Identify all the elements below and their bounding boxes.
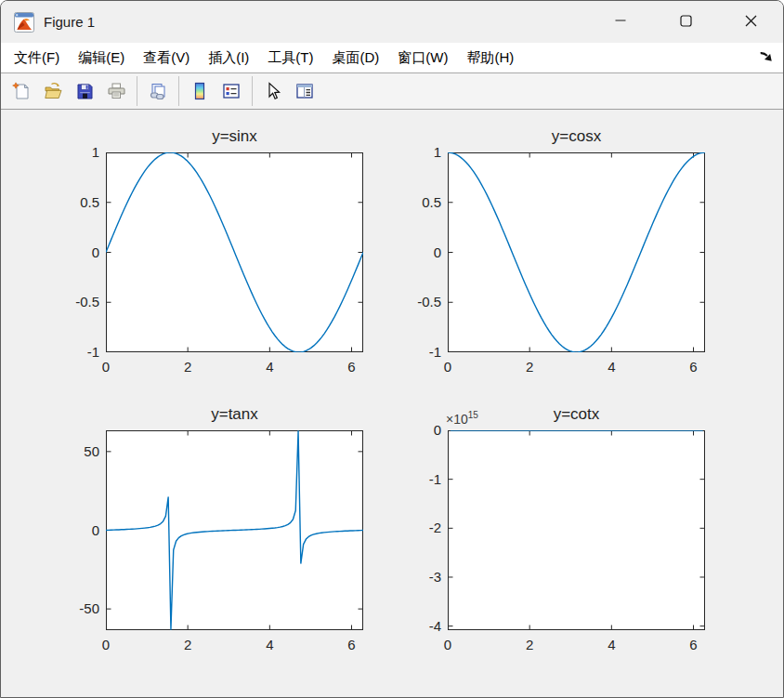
plot-area-sinx xyxy=(106,152,363,352)
y-tick-label: -3 xyxy=(391,569,441,586)
x-tick-label: 0 xyxy=(427,637,468,653)
y-tick-label: -1 xyxy=(391,344,441,361)
x-tick-label: 2 xyxy=(167,637,208,653)
minimize-icon xyxy=(615,15,626,26)
plot-title-tanx: y=tanx xyxy=(106,405,363,424)
maximize-icon xyxy=(680,15,692,27)
x-tick-label: 4 xyxy=(249,359,290,375)
toolbar-separator xyxy=(252,76,253,106)
subplot-cosx: y=cosx 024610.50-0.5-1 xyxy=(448,152,705,352)
x-tick-label: 6 xyxy=(332,359,372,375)
property-inspector-button[interactable] xyxy=(289,76,320,106)
menu-edit[interactable]: 编辑(E) xyxy=(69,46,134,71)
new-figure-button[interactable] xyxy=(6,76,37,106)
x-tick-label: 6 xyxy=(673,359,714,375)
menu-insert[interactable]: 插入(I) xyxy=(199,46,258,71)
link-plot-icon xyxy=(149,82,167,100)
menu-tools[interactable]: 工具(T) xyxy=(258,46,322,71)
y-tick-label: 0 xyxy=(391,244,441,261)
save-icon xyxy=(75,82,94,100)
y-axis-exponent-label: ×1015 xyxy=(446,410,478,427)
menu-file[interactable]: 文件(F) xyxy=(5,46,69,71)
plot-area-cosx xyxy=(448,152,705,352)
y-tick-label: -2 xyxy=(391,520,441,536)
figure-toolbar xyxy=(1,73,783,110)
link-plot-button[interactable] xyxy=(142,76,174,106)
menu-desktop[interactable]: 桌面(D) xyxy=(322,46,388,71)
y-tick-label: -1 xyxy=(391,471,441,488)
subplot-sinx: y=sinx 024610.50-0.5-1 xyxy=(106,152,363,352)
plot-title-cosx: y=cosx xyxy=(448,127,705,146)
new-figure-icon xyxy=(12,82,31,100)
x-tick-label: 2 xyxy=(509,637,550,653)
toolbar-separator xyxy=(137,76,137,106)
caption-buttons xyxy=(588,1,783,43)
title-bar[interactable]: Figure 1 xyxy=(1,1,783,43)
figure-canvas: y=sinx 024610.50-0.5-1 y=cosx 024610.50-… xyxy=(1,110,783,697)
plot-title-sinx: y=sinx xyxy=(106,127,363,146)
x-tick-label: 4 xyxy=(591,637,632,653)
insert-colorbar-button[interactable] xyxy=(184,76,216,106)
colorbar-icon xyxy=(190,82,209,100)
menu-window[interactable]: 窗口(W) xyxy=(388,46,457,71)
close-button[interactable] xyxy=(718,1,783,40)
y-tick-label: 1 xyxy=(391,144,441,161)
open-folder-icon xyxy=(44,82,62,100)
x-tick-label: 0 xyxy=(427,359,468,375)
minimize-button[interactable] xyxy=(588,1,653,40)
printer-icon xyxy=(107,82,125,100)
x-tick-label: 6 xyxy=(332,637,372,653)
x-tick-label: 0 xyxy=(85,637,126,653)
x-tick-label: 2 xyxy=(509,359,550,375)
save-figure-button[interactable] xyxy=(69,76,100,106)
plot-area-tanx xyxy=(106,430,363,630)
open-file-button[interactable] xyxy=(37,76,69,106)
y-tick-label: -4 xyxy=(391,618,441,635)
southeast-arrow-icon[interactable] xyxy=(759,48,774,63)
x-tick-label: 4 xyxy=(591,359,632,375)
print-figure-button[interactable] xyxy=(100,76,132,106)
close-icon xyxy=(745,15,757,27)
pointer-icon xyxy=(264,82,282,100)
menu-help[interactable]: 帮助(H) xyxy=(457,46,523,71)
y-tick-label: -50 xyxy=(49,600,99,617)
menu-bar: 文件(F) 编辑(E) 查看(V) 插入(I) 工具(T) 桌面(D) 窗口(W… xyxy=(1,43,783,73)
plot-area-cotx xyxy=(448,430,705,630)
figure-window: Figure 1 文件(F) 编辑(E) 查看(V) xyxy=(0,0,784,698)
legend-icon xyxy=(222,82,241,100)
y-tick-label: 0.5 xyxy=(391,194,441,211)
y-tick-label: 0 xyxy=(391,422,441,439)
plot-title-cotx: y=cotx xyxy=(448,405,705,424)
y-tick-label: 0.5 xyxy=(49,194,99,211)
subplot-cotx: y=cotx ×1015 02460-1-2-3-4 xyxy=(448,430,705,630)
y-tick-label: 0 xyxy=(49,244,99,261)
menu-view[interactable]: 查看(V) xyxy=(134,46,199,71)
maximize-button[interactable] xyxy=(653,1,718,40)
y-tick-label: 0 xyxy=(49,522,99,539)
x-tick-label: 6 xyxy=(673,637,714,653)
subplot-tanx: y=tanx 0246500-50 xyxy=(106,430,363,630)
toolbar-separator xyxy=(178,76,179,106)
y-tick-label: -1 xyxy=(49,344,99,361)
matlab-logo-icon xyxy=(14,12,34,33)
property-inspector-icon xyxy=(295,82,314,100)
x-tick-label: 2 xyxy=(167,359,208,375)
edit-plot-button[interactable] xyxy=(257,76,289,106)
x-tick-label: 0 xyxy=(85,359,126,375)
y-tick-label: 1 xyxy=(49,144,99,161)
insert-legend-button[interactable] xyxy=(216,76,247,106)
y-tick-label: 50 xyxy=(49,443,99,460)
x-tick-label: 4 xyxy=(249,637,290,653)
y-tick-label: -0.5 xyxy=(391,294,441,310)
y-tick-label: -0.5 xyxy=(49,294,99,310)
window-title: Figure 1 xyxy=(44,14,95,30)
